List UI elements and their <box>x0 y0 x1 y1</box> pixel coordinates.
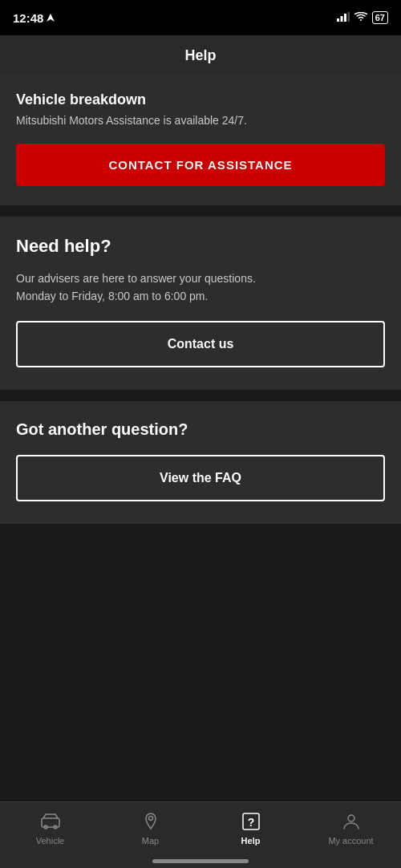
faq-section: Got another question? View the FAQ <box>0 401 401 524</box>
svg-rect-4 <box>347 12 350 22</box>
location-icon <box>47 14 55 22</box>
empty-content-area <box>0 524 401 692</box>
view-faq-button[interactable]: View the FAQ <box>16 455 385 501</box>
account-icon <box>340 810 363 833</box>
tab-vehicle-label: Vehicle <box>36 836 64 846</box>
status-icons: 67 <box>337 11 388 24</box>
contact-us-button[interactable]: Contact us <box>16 321 385 367</box>
vehicle-icon <box>39 810 62 833</box>
tab-map-label: Map <box>142 836 159 846</box>
need-help-description: Our advisers are here to answer your que… <box>16 270 385 306</box>
svg-rect-2 <box>340 16 342 22</box>
time-display: 12:48 <box>13 11 43 25</box>
breakdown-section: Vehicle breakdown Mitsubishi Motors Assi… <box>0 75 401 205</box>
need-help-title: Need help? <box>16 236 385 257</box>
faq-title: Got another question? <box>16 420 385 439</box>
tab-help-label: Help <box>241 836 261 846</box>
need-help-section: Need help? Our advisers are here to answ… <box>0 217 401 391</box>
svg-point-11 <box>348 815 354 821</box>
home-indicator <box>152 859 249 863</box>
tab-map[interactable]: Map <box>100 810 200 846</box>
svg-point-8 <box>148 817 152 821</box>
svg-rect-1 <box>337 18 339 22</box>
signal-icon <box>337 12 350 24</box>
help-icon: ? <box>240 810 262 833</box>
svg-text:?: ? <box>247 816 254 829</box>
page-title: Help <box>184 47 216 64</box>
tab-help[interactable]: ? Help <box>200 810 301 846</box>
status-time: 12:48 <box>13 11 55 25</box>
battery-indicator: 67 <box>372 11 388 24</box>
breakdown-title: Vehicle breakdown <box>16 91 385 108</box>
tab-account-label: My account <box>328 836 373 846</box>
map-icon <box>140 810 162 833</box>
tab-account[interactable]: My account <box>301 810 401 846</box>
section-divider-2 <box>0 390 401 401</box>
svg-rect-3 <box>344 14 346 22</box>
svg-marker-0 <box>47 14 55 22</box>
tab-vehicle[interactable]: Vehicle <box>0 810 100 846</box>
contact-assistance-button[interactable]: CONTACT FOR ASSISTANCE <box>16 144 385 186</box>
tab-bar: Vehicle Map ? Help My account <box>0 801 401 868</box>
breakdown-description: Mitsubishi Motors Assistance is availabl… <box>16 113 385 129</box>
wifi-icon <box>354 12 367 24</box>
status-bar: 12:48 67 <box>0 0 401 35</box>
section-divider-1 <box>0 205 401 217</box>
page-header: Help <box>0 35 401 75</box>
